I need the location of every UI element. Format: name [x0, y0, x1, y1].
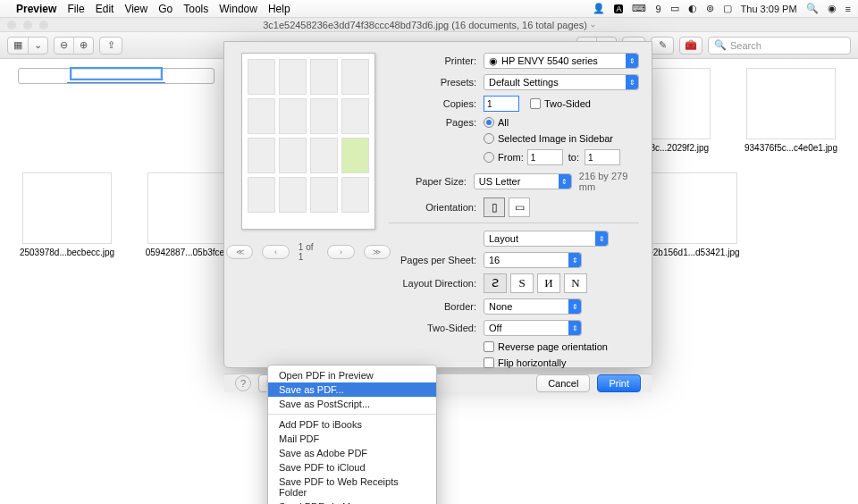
printer-label: Printer: [389, 55, 476, 66]
thumbnail-image [72, 69, 161, 79]
view-mode-segmented[interactable]: ▦⌄ [7, 37, 48, 55]
layout-dir-3[interactable]: И [537, 273, 560, 293]
reverse-orientation-label: Reverse page orientation [498, 341, 608, 352]
thumbnail-image [648, 172, 737, 244]
clock[interactable]: Thu 3:09 PM [741, 4, 797, 14]
section-select[interactable]: Layout ⇕ [484, 231, 609, 247]
layout-dir-2[interactable]: S [510, 273, 534, 293]
pdf-menu-item[interactable]: Save PDF to iCloud [268, 460, 436, 475]
menu-view[interactable]: View [124, 3, 147, 15]
flip-horizontally-checkbox[interactable] [484, 357, 494, 368]
paper-size-label: Paper Size: [389, 176, 467, 187]
thumbnail-item[interactable]: 3c1e52458...bd73d6.jpg [18, 68, 214, 84]
thumbnail-item[interactable]: fe2b156d1...d53421.jpg [644, 172, 742, 257]
page-last-button[interactable]: ≫ [364, 245, 391, 259]
pdf-menu: Open PDF in PreviewSave as PDF...Save as… [267, 365, 437, 504]
pages-to-input[interactable]: 1 [585, 149, 620, 165]
chevron-updown-icon: ⇕ [595, 231, 608, 246]
timemachine-icon[interactable]: ◐ [688, 3, 697, 14]
printer-select[interactable]: ◉ HP ENVY 5540 series ⇕ [484, 53, 639, 69]
reverse-orientation-checkbox[interactable] [484, 341, 494, 352]
pdf-menu-item[interactable]: Save as PDF... [268, 382, 436, 397]
thumbnail-image [22, 172, 112, 244]
search-placeholder: Search [730, 40, 761, 51]
pdf-menu-item[interactable]: Send PDF via Messages [268, 500, 436, 504]
copies-input[interactable]: 1 [484, 96, 519, 112]
thumbnail-filename: fe2b156d1...d53421.jpg [645, 248, 739, 257]
copies-label: Copies: [389, 98, 476, 109]
border-label: Border: [389, 301, 476, 312]
user-icon[interactable]: 👤 [593, 3, 605, 14]
pdf-menu-item[interactable]: Save as PostScript... [268, 397, 436, 411]
pdf-menu-item[interactable]: Add PDF to iBooks [268, 417, 436, 432]
menu-window[interactable]: Window [219, 3, 257, 15]
pages-selected-radio[interactable] [484, 133, 494, 144]
paper-size-select[interactable]: US Letter ⇕ [474, 173, 572, 189]
window-title: 3c1e52458236e3dd74f38ccc48bd73d6.jpg (16… [263, 20, 587, 30]
toolbox-button[interactable]: 🧰 [679, 37, 702, 55]
orientation-landscape-button[interactable]: ▭ [509, 197, 530, 217]
keyboard-icon[interactable]: ⌨ [632, 3, 646, 14]
pages-to-label: to: [568, 152, 579, 163]
menu-go[interactable]: Go [158, 3, 172, 15]
page-next-button[interactable]: › [327, 245, 355, 259]
annotate-button[interactable]: ✎ [651, 37, 674, 55]
pages-per-sheet-label: Pages per Sheet: [389, 255, 476, 265]
thumbnail-item[interactable]: 934376f5c...c4e0e1.jpg [742, 68, 840, 153]
pdf-menu-item[interactable]: Save PDF to Web Receipts Folder [268, 475, 436, 500]
orientation-portrait-button[interactable]: ▯ [484, 197, 505, 217]
chevron-updown-icon: ⇕ [568, 253, 581, 267]
pages-label: Pages: [389, 117, 476, 128]
traffic-max[interactable] [39, 21, 48, 29]
window-titlebar: 3c1e52458236e3dd74f38ccc48bd73d6.jpg (16… [0, 18, 858, 32]
pages-all-label: All [498, 117, 509, 128]
wifi-icon[interactable]: ⊚ [706, 3, 714, 14]
thumbnail-filename: 3c1e52458...bd73d6.jpg [67, 82, 165, 83]
title-dropdown-icon[interactable]: ⌵ [591, 21, 595, 29]
traffic-min[interactable] [23, 21, 32, 29]
pages-all-radio[interactable] [484, 117, 494, 128]
share-button[interactable]: ⇪ [99, 37, 122, 55]
app-name[interactable]: Preview [16, 3, 56, 15]
paper-dimensions: 216 by 279 mm [579, 171, 639, 192]
display-icon[interactable]: ▭ [670, 3, 679, 14]
notifications-icon[interactable]: ≡ [845, 4, 851, 14]
pages-from-label: From: [498, 152, 524, 163]
pdf-menu-item[interactable]: Mail PDF [268, 432, 436, 446]
page-first-button[interactable]: ≪ [226, 245, 254, 259]
spotlight-icon[interactable]: 🔍 [806, 3, 819, 14]
zoom-segmented[interactable]: ⊖⊕ [54, 37, 94, 55]
menu-edit[interactable]: Edit [96, 3, 114, 15]
pages-per-sheet-select[interactable]: 16 ⇕ [484, 252, 582, 268]
layout-dir-1[interactable]: Ƨ [484, 273, 507, 293]
toolbar-search[interactable]: 🔍 Search [708, 37, 851, 55]
system-menubar: Preview File Edit View Go Tools Window H… [0, 0, 858, 18]
thumbnail-item[interactable]: 2503978d...becbecc.jpg [18, 172, 116, 257]
cancel-button[interactable]: Cancel [536, 374, 590, 392]
two-sided-select[interactable]: Off ⇕ [484, 320, 582, 336]
two-sided-checkbox[interactable] [530, 98, 541, 109]
layout-dir-4[interactable]: N [564, 273, 587, 293]
page-prev-button[interactable]: ‹ [262, 245, 290, 259]
print-button[interactable]: Print [597, 374, 641, 392]
two-sided-select-label: Two-Sided: [389, 323, 476, 333]
traffic-close[interactable] [7, 21, 16, 29]
count-badge[interactable]: 9 [655, 4, 660, 14]
pages-from-radio[interactable] [484, 152, 494, 163]
menu-file[interactable]: File [67, 3, 84, 15]
chevron-updown-icon: ⇕ [568, 299, 581, 314]
help-button[interactable]: ? [235, 375, 251, 391]
presets-select[interactable]: Default Settings ⇕ [484, 74, 639, 90]
thumbnail-filename: 934376f5c...c4e0e1.jpg [744, 143, 837, 153]
menu-help[interactable]: Help [268, 3, 290, 15]
pages-selected-label: Selected Image in Sidebar [498, 133, 613, 144]
pdf-menu-item[interactable]: Open PDF in Preview [268, 368, 436, 382]
airplay-icon[interactable]: ▢ [723, 3, 732, 14]
sync-icon[interactable]: ◉ [828, 3, 837, 14]
border-select[interactable]: None ⇕ [484, 298, 582, 315]
menu-tools[interactable]: Tools [183, 3, 208, 15]
adobe-badge-icon[interactable]: A [614, 4, 623, 13]
print-preview-page [241, 53, 375, 230]
pages-from-input[interactable]: 1 [527, 149, 563, 165]
pdf-menu-item[interactable]: Save as Adobe PDF [268, 446, 436, 460]
